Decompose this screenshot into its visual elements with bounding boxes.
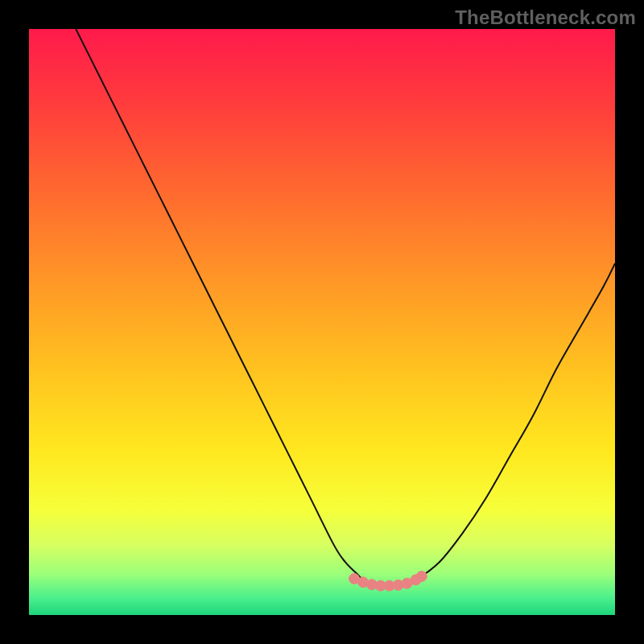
gradient-background [29, 29, 615, 615]
watermark-text: TheBottleneck.com [455, 6, 636, 29]
plot-area [29, 29, 615, 615]
marker-dot [416, 571, 427, 581]
chart-svg [29, 29, 615, 615]
chart-frame: TheBottleneck.com [0, 0, 644, 644]
